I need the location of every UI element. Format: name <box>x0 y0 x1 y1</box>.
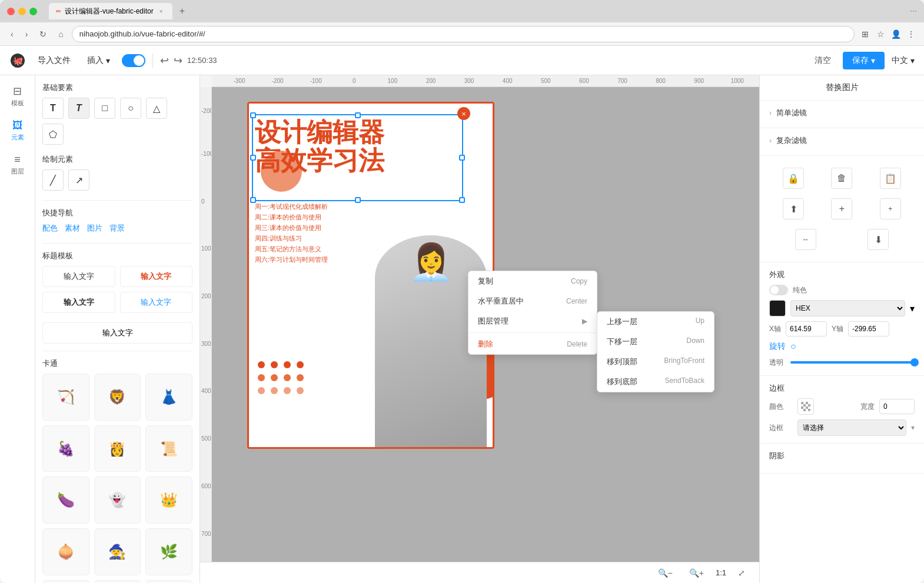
minimize-button[interactable] <box>18 8 26 15</box>
zoom-out-button[interactable]: 🔍− <box>653 566 677 580</box>
lock-icon-button[interactable]: 🔒 <box>783 168 804 189</box>
appearance-section: 外观 纯色 HEX <box>760 262 924 376</box>
submenu-move-down[interactable]: 下移一层 Down <box>597 332 714 352</box>
profile-icon[interactable]: 👤 <box>890 28 902 40</box>
reload-button[interactable]: ↻ <box>36 27 50 41</box>
sidebar-item-template[interactable]: ⊟ 模板 <box>2 80 33 112</box>
cartoon-item-11[interactable]: 🧙 <box>94 528 141 575</box>
color-toggle[interactable] <box>769 285 788 295</box>
complex-filter-expand-icon[interactable]: › <box>769 136 772 145</box>
template-item-4[interactable]: 输入文字 <box>120 292 193 313</box>
cartoon-item-15[interactable]: 🌴 <box>145 580 192 583</box>
cartoon-item-9[interactable]: 👑 <box>145 477 192 524</box>
quick-nav-bg[interactable]: 背景 <box>109 223 125 234</box>
context-menu-copy[interactable]: 复制 Copy <box>468 271 597 291</box>
quick-nav-image[interactable]: 图片 <box>87 223 102 234</box>
arrow-draw-button[interactable]: ↗ <box>68 169 89 191</box>
insert-button[interactable]: 插入 ▾ <box>82 53 115 68</box>
quick-nav-material[interactable]: 素材 <box>65 223 80 234</box>
copy-icon-button[interactable]: 📋 <box>880 168 901 189</box>
flip-h-button[interactable]: ↔ <box>795 229 816 250</box>
border-width-input[interactable] <box>879 399 915 414</box>
text-element-button[interactable]: T <box>42 98 64 119</box>
border-color-picker[interactable] <box>797 398 814 415</box>
dot-3 <box>284 361 291 368</box>
clear-button[interactable]: 清空 <box>810 53 836 68</box>
text-line-1: 周一:考试现代化成绩解析 <box>255 202 375 211</box>
sidebar-item-layer[interactable]: ≡ 图层 <box>2 149 33 181</box>
align-right-button[interactable]: + <box>880 198 901 219</box>
simple-filter-expand-icon[interactable]: › <box>769 109 772 117</box>
close-button[interactable] <box>7 8 15 15</box>
design-canvas[interactable]: 设计编辑器 高效学习法 <box>247 102 494 449</box>
extensions-icon[interactable]: ⊞ <box>859 28 871 40</box>
v-ruler-mark: 500 <box>201 435 211 442</box>
tab-bar: ✏ 设计编辑器-vue-fabric-editor × + <box>49 3 905 19</box>
action-icons-row-2: ⬆ + + <box>769 194 915 224</box>
tab-close-button[interactable]: × <box>157 7 165 15</box>
polygon-element-button[interactable]: ⬠ <box>42 124 64 145</box>
cartoon-item-10[interactable]: 🧅 <box>42 528 89 575</box>
cartoon-item-12[interactable]: 🌿 <box>145 528 192 575</box>
color-swatch[interactable] <box>769 300 786 317</box>
align-bottom-button[interactable]: ⬇ <box>868 229 889 250</box>
border-style-select[interactable]: 请选择 <box>797 419 906 436</box>
y-axis-input[interactable] <box>848 321 889 337</box>
import-file-button[interactable]: 导入文件 <box>33 53 75 68</box>
triangle-element-button[interactable]: △ <box>146 98 167 119</box>
cartoon-item-3[interactable]: 👗 <box>145 374 192 421</box>
cartoon-item-1[interactable]: 🏹 <box>42 374 89 421</box>
delete-icon-button[interactable]: 🗑 <box>831 168 852 189</box>
cartoon-item-13[interactable]: 👑 <box>42 580 89 583</box>
template-grid: 输入文字 输入文字 输入文字 输入文字 <box>42 266 192 313</box>
align-top-button[interactable]: ⬆ <box>783 198 804 219</box>
language-button[interactable]: 中文 ▾ <box>892 55 915 66</box>
home-button[interactable]: ⌂ <box>55 27 67 41</box>
cartoon-item-8[interactable]: 👻 <box>94 477 141 524</box>
maximize-button[interactable] <box>29 8 37 15</box>
align-center-button[interactable]: + <box>831 198 852 219</box>
ruler-mark: 600 <box>579 78 589 84</box>
back-button[interactable]: ‹ <box>7 27 17 41</box>
context-menu-delete[interactable]: 删除 Delete <box>468 334 597 354</box>
template-item-1[interactable]: 输入文字 <box>42 266 115 287</box>
forward-button[interactable]: › <box>22 27 32 41</box>
undo-button[interactable]: ↩ <box>160 54 169 67</box>
template-item-full[interactable]: 输入文字 <box>42 322 192 344</box>
color-format-select[interactable]: HEX RGB <box>790 300 905 317</box>
context-menu-align[interactable]: 水平垂直居中 Center <box>468 291 597 311</box>
submenu-send-back[interactable]: 移到底部 SendToBack <box>597 372 714 392</box>
cartoon-item-14[interactable]: 🧚 <box>94 580 141 583</box>
context-menu-layer-mgmt[interactable]: 图层管理 ▶ 上移一层 Up <box>468 311 597 331</box>
menu-icon[interactable]: ⋮ <box>905 28 917 40</box>
rect-element-button[interactable]: □ <box>94 98 115 119</box>
template-item-2[interactable]: 输入文字 <box>120 266 193 287</box>
line-draw-button[interactable]: ╱ <box>42 169 64 191</box>
save-button[interactable]: 保存 ▾ <box>843 52 885 69</box>
v-ruler-mark: 0 <box>201 198 205 204</box>
template-item-3[interactable]: 输入文字 <box>42 292 115 313</box>
submenu-move-up[interactable]: 上移一层 Up <box>597 312 714 332</box>
bookmark-icon[interactable]: ☆ <box>875 28 886 40</box>
cartoon-item-5[interactable]: 👸 <box>94 425 141 472</box>
toggle-switch[interactable] <box>122 54 145 67</box>
circle-element-button[interactable]: ○ <box>120 98 141 119</box>
cartoon-item-4[interactable]: 🍇 <box>42 425 89 472</box>
new-tab-button[interactable]: + <box>176 5 188 18</box>
styled-text-element-button[interactable]: T <box>68 98 89 119</box>
quick-nav-color[interactable]: 配色 <box>42 223 58 234</box>
active-tab[interactable]: ✏ 设计编辑器-vue-fabric-editor × <box>49 3 172 19</box>
redo-button[interactable]: ↪ <box>174 54 182 67</box>
address-bar[interactable]: nihaojob.github.io/vue-fabric-editor/#/ <box>72 26 855 42</box>
x-axis-input[interactable] <box>786 321 827 337</box>
canvas-scroll-area[interactable]: 设计编辑器 高效学习法 <box>212 87 759 562</box>
cartoon-item-6[interactable]: 📜 <box>145 425 192 472</box>
cartoon-item-2[interactable]: 🦁 <box>94 374 141 421</box>
submenu-bring-front[interactable]: 移到顶部 BringToFront <box>597 352 714 372</box>
opacity-slider[interactable] <box>790 361 915 364</box>
color-dropdown-icon: ▾ <box>910 303 915 314</box>
zoom-in-button[interactable]: 🔍+ <box>684 566 709 580</box>
cartoon-item-7[interactable]: 🍆 <box>42 477 89 524</box>
fit-screen-button[interactable]: ⤢ <box>733 566 750 580</box>
sidebar-item-element[interactable]: 🖼 元素 <box>2 115 33 146</box>
